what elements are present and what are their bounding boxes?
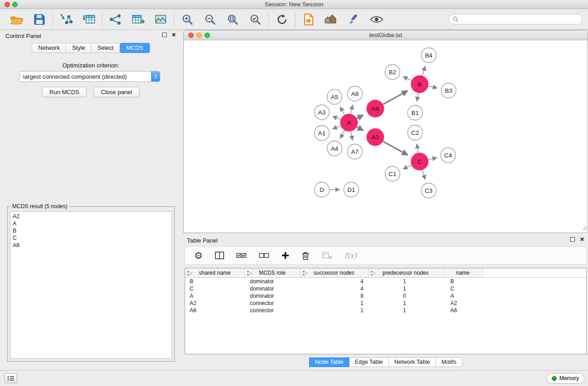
close-window-button[interactable] — [5, 2, 10, 7]
network-edge-A-A7[interactable] — [351, 132, 353, 140]
optimization-criterion-dropdown[interactable]: largest connected component (directed) ▲… — [19, 71, 160, 82]
network-node-A1[interactable]: A1 — [315, 126, 330, 141]
network-node-A4[interactable]: A4 — [327, 141, 342, 156]
network-node-D[interactable]: D — [315, 182, 330, 197]
network-node-A2[interactable]: A2 — [367, 129, 384, 146]
tab-motifs[interactable]: Motifs — [436, 357, 462, 367]
zoom-selected-button[interactable] — [248, 12, 263, 27]
show-columns-button[interactable] — [215, 252, 224, 259]
network-node-A6[interactable]: A6 — [367, 100, 384, 117]
column-header-shared-name[interactable]: shared name — [185, 268, 244, 277]
export-table-button[interactable] — [130, 12, 146, 27]
network-node-B[interactable]: B — [411, 76, 428, 93]
network-node-B1[interactable]: B1 — [408, 105, 423, 120]
style-wizard-button[interactable] — [346, 12, 362, 27]
network-edge-C-C4[interactable] — [429, 158, 437, 160]
session-report-button[interactable] — [301, 12, 316, 27]
network-node-D1[interactable]: D1 — [344, 182, 359, 197]
mcds-result-item[interactable]: C — [13, 234, 169, 242]
tab-style[interactable]: Style — [66, 43, 91, 53]
network-node-C3[interactable]: C3 — [421, 183, 436, 198]
float-table-panel-icon[interactable] — [570, 237, 575, 242]
close-panel-button[interactable]: Close panel — [94, 87, 139, 97]
network-node-C[interactable]: C — [411, 153, 428, 170]
column-header-name[interactable]: name — [443, 268, 483, 277]
network-edge-A-A2[interactable] — [357, 127, 363, 131]
table-mode-button[interactable]: ⚙ — [194, 251, 203, 260]
mcds-result-list[interactable]: A2 A B C A6 — [10, 211, 172, 359]
mcds-result-item[interactable]: A2 — [13, 213, 169, 220]
import-table-button[interactable] — [81, 12, 96, 27]
network-edge-C-C3[interactable] — [422, 170, 425, 180]
network-edge-A-A1[interactable] — [333, 126, 341, 129]
resize-grip-icon[interactable] — [582, 224, 587, 232]
zoom-fit-button[interactable] — [225, 12, 240, 27]
network-node-B4[interactable]: B4 — [421, 48, 436, 63]
table-row[interactable]: Bdominator41B — [185, 277, 586, 285]
tab-select[interactable]: Select — [91, 43, 120, 53]
network-edge-B-B4[interactable] — [422, 66, 425, 76]
network-node-C4[interactable]: C4 — [441, 148, 456, 163]
close-network-window-button[interactable] — [188, 33, 194, 38]
network-node-C2[interactable]: C2 — [408, 125, 423, 140]
function-builder-button[interactable]: f(x) — [344, 251, 357, 260]
table-row[interactable]: A6connector11A6 — [185, 307, 586, 314]
table-row[interactable]: A2connector11A2 — [185, 300, 586, 307]
import-network-button[interactable] — [58, 12, 74, 27]
network-edge-A-A4[interactable] — [340, 130, 345, 138]
network-node-C1[interactable]: C1 — [385, 167, 400, 181]
network-edge-C-C1[interactable] — [403, 165, 411, 169]
refresh-view-button[interactable] — [274, 12, 290, 27]
deselect-all-button[interactable] — [259, 253, 269, 259]
table-row[interactable]: Adominator80A — [185, 292, 586, 300]
run-mcds-button[interactable]: Run MCDS — [42, 87, 86, 97]
network-edge-A-A8[interactable] — [351, 105, 353, 114]
network-edge-B-B1[interactable] — [417, 93, 418, 101]
mcds-result-item[interactable]: A6 — [13, 242, 169, 249]
network-edge-C-C2[interactable] — [417, 144, 418, 152]
search-input[interactable] — [461, 16, 578, 23]
network-node-A[interactable]: A — [340, 114, 358, 131]
memory-button[interactable]: Memory — [546, 373, 584, 384]
tab-mcds[interactable]: MCDS — [120, 43, 149, 53]
select-all-button[interactable] — [236, 253, 247, 259]
zoom-window-button[interactable] — [12, 2, 18, 7]
delete-table-button[interactable] — [322, 252, 332, 259]
zoom-network-window-button[interactable] — [205, 33, 210, 38]
zoom-out-button[interactable] — [202, 12, 218, 27]
table-row[interactable]: Cdominator41C — [185, 285, 586, 292]
export-network-button[interactable] — [108, 12, 123, 27]
network-edge-A-A5[interactable] — [340, 107, 345, 114]
tab-edge-table[interactable]: Edge Table — [349, 357, 389, 367]
save-session-button[interactable] — [32, 12, 47, 27]
column-header-mcds-role[interactable]: MCDS role — [244, 268, 300, 277]
network-edge-A-A6[interactable] — [357, 115, 363, 119]
minimize-network-window-button[interactable] — [196, 33, 202, 38]
tab-network-table[interactable]: Network Table — [389, 357, 436, 367]
export-image-button[interactable] — [153, 12, 168, 27]
add-column-button[interactable] — [282, 252, 289, 259]
float-panel-icon[interactable] — [162, 33, 167, 37]
network-node-A8[interactable]: A8 — [348, 86, 363, 101]
mcds-result-item[interactable]: A — [13, 220, 169, 227]
network-overview-button[interactable] — [324, 12, 339, 27]
network-node-A7[interactable]: A7 — [348, 144, 363, 159]
network-edge-B-B3[interactable] — [429, 86, 438, 88]
network-edge-A6-B[interactable] — [383, 91, 408, 105]
show-graphics-details-button[interactable] — [369, 12, 384, 27]
show-panels-menu-button[interactable] — [5, 373, 17, 383]
column-header-successor-nodes[interactable]: successor nodes — [300, 268, 368, 277]
tab-network[interactable]: Network — [32, 43, 66, 53]
zoom-in-button[interactable] — [180, 12, 195, 27]
network-canvas[interactable]: B4B2BB3A5A8A6B1A3AC2A1A2A4A7C4CC1C3DD1 — [184, 40, 588, 233]
network-edge-A2-C[interactable] — [383, 142, 408, 155]
open-session-button[interactable] — [9, 12, 24, 27]
network-node-A5[interactable]: A5 — [327, 90, 342, 105]
tab-node-table[interactable]: Node Table — [309, 357, 349, 367]
column-header-predecessor-nodes[interactable]: predecessor nodes — [368, 268, 443, 277]
network-node-A3[interactable]: A3 — [315, 105, 330, 120]
network-edge-B-B2[interactable] — [403, 77, 411, 81]
network-node-B3[interactable]: B3 — [441, 83, 456, 98]
network-edge-A-A3[interactable] — [333, 116, 341, 119]
close-table-panel-icon[interactable]: ✕ — [580, 237, 584, 242]
